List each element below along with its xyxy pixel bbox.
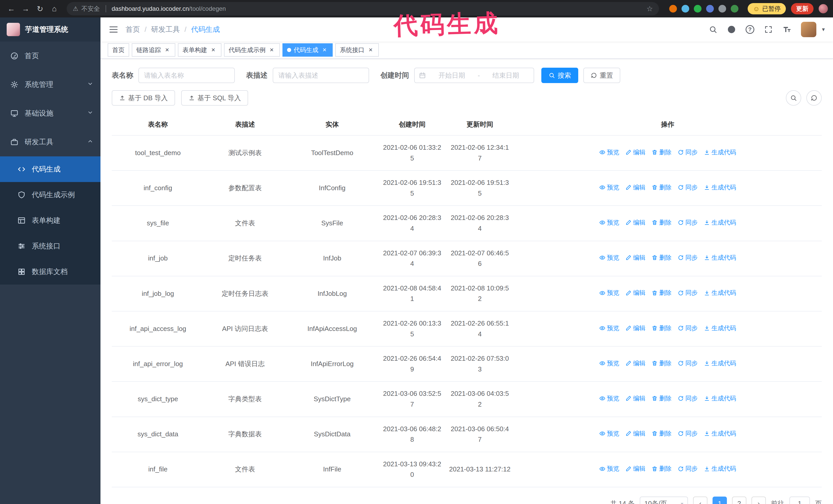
sidebar-item-codegen[interactable]: 代码生成 (0, 157, 100, 182)
delete-action[interactable]: 删除 (651, 253, 671, 263)
goto-page-input[interactable] (789, 497, 810, 504)
delete-action[interactable]: 删除 (651, 464, 671, 474)
delete-action[interactable]: 删除 (651, 358, 671, 368)
reload-button[interactable]: ↻ (34, 3, 46, 15)
preview-action[interactable]: 预览 (599, 288, 619, 297)
edit-action[interactable]: 编辑 (625, 218, 645, 227)
drop-extension-icon[interactable] (682, 5, 689, 13)
generate-code-action[interactable]: 生成代码 (704, 464, 736, 474)
search-icon[interactable] (709, 25, 717, 34)
edit-action[interactable]: 编辑 (625, 147, 645, 157)
table-desc-input[interactable] (273, 68, 369, 83)
delete-action[interactable]: 删除 (651, 429, 671, 438)
edit-action[interactable]: 编辑 (625, 358, 645, 368)
paused-badge[interactable]: ☺已暂停 (748, 3, 786, 14)
preview-action[interactable]: 预览 (599, 358, 619, 368)
browser-profile-avatar[interactable] (819, 4, 828, 13)
edit-action[interactable]: 编辑 (625, 429, 645, 438)
sidebar-item-codegen-demo[interactable]: 代码生成示例 (0, 182, 100, 208)
chevron-down-icon[interactable]: ▾ (822, 26, 825, 33)
tab-api[interactable]: 系统接口 × (335, 43, 379, 57)
tab-trace[interactable]: 链路追踪 × (132, 43, 175, 57)
delete-action[interactable]: 删除 (651, 393, 671, 403)
generate-code-action[interactable]: 生成代码 (704, 429, 736, 438)
hamburger-icon[interactable] (109, 25, 118, 34)
next-page-button[interactable]: › (752, 497, 766, 504)
generate-code-action[interactable]: 生成代码 (704, 253, 736, 263)
refresh-table-button[interactable] (806, 90, 822, 105)
page-button-1[interactable]: 1 (713, 497, 727, 504)
preview-action[interactable]: 预览 (599, 323, 619, 333)
fox-extension-icon[interactable] (669, 5, 677, 13)
date-range-picker[interactable]: 开始日期 - 结束日期 (414, 68, 534, 83)
edit-action[interactable]: 编辑 (625, 253, 645, 263)
forward-button[interactable]: → (20, 3, 32, 15)
close-icon[interactable]: × (268, 46, 275, 54)
back-button[interactable]: ← (5, 3, 18, 15)
generate-code-action[interactable]: 生成代码 (704, 323, 736, 333)
edit-action[interactable]: 编辑 (625, 464, 645, 474)
table-name-input[interactable] (138, 68, 235, 83)
delete-action[interactable]: 删除 (651, 218, 671, 227)
sync-action[interactable]: 同步 (678, 323, 698, 333)
breadcrumb-devtools[interactable]: 研发工具 (151, 25, 180, 34)
card-extension-icon[interactable] (718, 5, 726, 13)
close-icon[interactable]: × (367, 46, 374, 54)
sync-action[interactable]: 同步 (678, 288, 698, 297)
delete-action[interactable]: 删除 (651, 288, 671, 297)
page-size-select[interactable]: 10条/页 ▾ (640, 497, 688, 504)
sidebar-item-form-build[interactable]: 表单构建 (0, 208, 100, 233)
sync-action[interactable]: 同步 (678, 218, 698, 227)
generate-code-action[interactable]: 生成代码 (704, 358, 736, 368)
edit-action[interactable]: 编辑 (625, 323, 645, 333)
leaf-extension-icon[interactable] (731, 5, 738, 13)
delete-action[interactable]: 删除 (651, 147, 671, 157)
edit-action[interactable]: 编辑 (625, 288, 645, 297)
help-icon[interactable]: ? (745, 25, 754, 34)
preview-action[interactable]: 预览 (599, 183, 619, 192)
sidebar-item-infra[interactable]: 基础设施 (0, 99, 100, 128)
tab-codegen-demo[interactable]: 代码生成示例 × (224, 43, 280, 57)
close-icon[interactable]: × (164, 46, 171, 54)
generate-code-action[interactable]: 生成代码 (704, 183, 736, 192)
sidebar-item-system[interactable]: 系统管理 (0, 70, 100, 99)
generate-code-action[interactable]: 生成代码 (704, 147, 736, 157)
sidebar-item-db-doc[interactable]: 数据库文档 (0, 259, 100, 285)
preview-action[interactable]: 预览 (599, 464, 619, 474)
sidebar-item-devtools[interactable]: 研发工具 (0, 128, 100, 157)
sidebar-item-api[interactable]: 系统接口 (0, 233, 100, 259)
import-sql-button[interactable]: 基于 SQL 导入 (181, 90, 248, 105)
import-db-button[interactable]: 基于 DB 导入 (112, 90, 175, 105)
sync-action[interactable]: 同步 (678, 429, 698, 438)
delete-action[interactable]: 删除 (651, 183, 671, 192)
check-extension-icon[interactable] (694, 5, 701, 13)
sync-action[interactable]: 同步 (678, 393, 698, 403)
sync-action[interactable]: 同步 (678, 358, 698, 368)
preview-action[interactable]: 预览 (599, 393, 619, 403)
sync-action[interactable]: 同步 (678, 183, 698, 192)
preview-action[interactable]: 预览 (599, 253, 619, 263)
delete-action[interactable]: 删除 (651, 323, 671, 333)
toggle-search-button[interactable] (786, 90, 801, 105)
bookmark-star-icon[interactable]: ☆ (646, 5, 653, 13)
page-button-2[interactable]: 2 (732, 497, 746, 504)
edit-action[interactable]: 编辑 (625, 393, 645, 403)
prev-page-button[interactable]: ‹ (693, 497, 708, 504)
fullscreen-icon[interactable] (764, 25, 773, 34)
tab-home[interactable]: 首页 (108, 43, 129, 57)
close-icon[interactable]: × (321, 46, 328, 54)
generate-code-action[interactable]: 生成代码 (704, 218, 736, 227)
github-icon[interactable] (727, 25, 736, 34)
user-avatar[interactable] (801, 22, 816, 37)
breadcrumb-home[interactable]: 首页 (125, 25, 140, 34)
tab-codegen[interactable]: 代码生成 × (282, 43, 333, 57)
sync-action[interactable]: 同步 (678, 464, 698, 474)
reset-button[interactable]: 重置 (584, 68, 620, 83)
preview-action[interactable]: 预览 (599, 218, 619, 227)
home-button[interactable]: ⌂ (48, 3, 61, 15)
close-icon[interactable]: × (210, 46, 217, 54)
update-button[interactable]: 更新 (791, 3, 813, 14)
edit-action[interactable]: 编辑 (625, 183, 645, 192)
sync-action[interactable]: 同步 (678, 147, 698, 157)
preview-action[interactable]: 预览 (599, 147, 619, 157)
